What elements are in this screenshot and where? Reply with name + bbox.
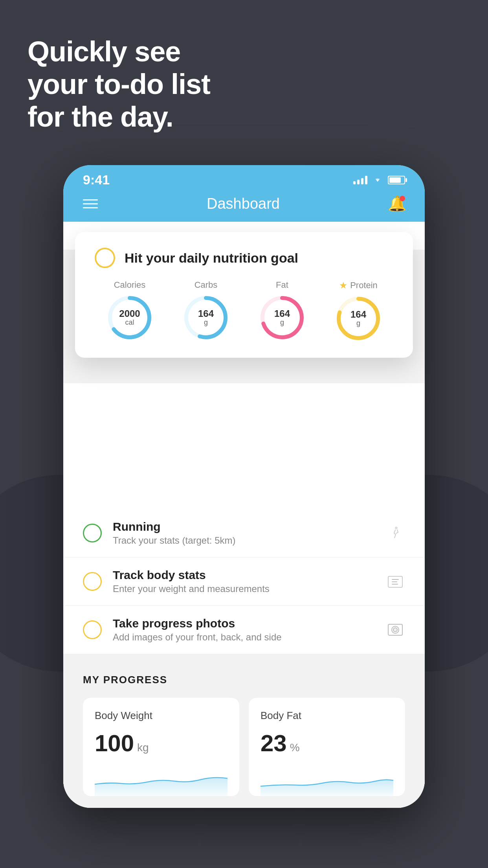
progress-section: MY PROGRESS Body Weight 100 kg [63,654,425,808]
carbs-value: 164 [198,309,214,319]
todo-title-running: Running [113,520,374,533]
todo-title-body-stats: Track body stats [113,568,374,582]
body-weight-number: 100 [95,730,134,757]
calories-label: Calories [114,280,146,290]
body-fat-number: 23 [261,730,287,757]
todo-subtitle-body-stats: Enter your weight and measurements [113,583,374,594]
nutrition-protein: ★ Protein 164 g [335,280,382,342]
battery-icon [388,176,405,184]
body-fat-card: Body Fat 23 % [249,698,405,796]
body-weight-value: 100 kg [95,730,227,757]
fat-value: 164 [274,309,290,319]
body-weight-title: Body Weight [95,710,227,722]
protein-ring: 164 g [335,295,382,342]
todo-text-running: Running Track your stats (target: 5km) [113,520,374,546]
nav-bar: Dashboard 🔔 [63,191,425,222]
body-weight-unit: kg [137,741,149,754]
todo-item-photos[interactable]: Take progress photos Add images of your … [63,606,425,654]
nutrition-card: Hit your daily nutrition goal Calories 2… [75,232,413,358]
fat-ring: 164 g [259,294,306,341]
todo-circle-photos [83,620,102,639]
calories-ring: 2000 cal [106,294,153,341]
fat-label: Fat [276,280,288,290]
status-icons [353,175,405,186]
fat-unit: g [274,319,290,327]
body-weight-card: Body Weight 100 kg [83,698,239,796]
nav-title: Dashboard [207,195,280,212]
nutrition-calories: Calories 2000 cal [106,280,153,342]
nutrition-grid: Calories 2000 cal Carbs [95,280,393,342]
todo-circle-body-stats [83,572,102,591]
todo-list: Running Track your stats (target: 5km) T… [63,383,425,654]
status-time: 9:41 [83,172,110,188]
running-icon [385,523,405,543]
todo-title-photos: Take progress photos [113,617,374,630]
signal-icon [353,176,367,184]
protein-unit: g [350,320,366,327]
nutrition-circle-check [95,248,115,268]
todo-subtitle-photos: Add images of your front, back, and side [113,632,374,643]
todo-text-photos: Take progress photos Add images of your … [113,617,374,643]
progress-cards: Body Weight 100 kg [83,698,405,796]
todo-subtitle-running: Track your stats (target: 5km) [113,535,374,546]
hero-line1: Quickly see [28,35,210,68]
body-fat-unit: % [290,741,300,754]
carbs-ring: 164 g [182,294,229,341]
carbs-unit: g [198,319,214,327]
todo-item-body-stats[interactable]: Track body stats Enter your weight and m… [63,557,425,606]
body-stats-icon [385,572,405,591]
status-bar: 9:41 [63,165,425,191]
calories-unit: cal [119,319,140,327]
body-fat-value: 23 % [261,730,393,757]
progress-section-title: MY PROGRESS [83,674,405,686]
body-weight-chart [95,765,227,796]
body-fat-chart [261,765,393,796]
svg-point-6 [393,628,397,632]
hamburger-menu[interactable] [83,199,98,208]
star-icon: ★ [339,280,348,291]
hero-text: Quickly see your to-do list for the day. [28,35,210,133]
carbs-label: Carbs [194,280,218,290]
todo-text-body-stats: Track body stats Enter your weight and m… [113,568,374,594]
calories-value: 2000 [119,309,140,319]
todo-circle-running [83,524,102,542]
protein-label: Protein [350,280,378,291]
card-title: Hit your daily nutrition goal [125,250,298,266]
nutrition-carbs: Carbs 164 g [182,280,229,342]
hero-line3: for the day. [28,101,210,133]
nutrition-fat: Fat 164 g [259,280,306,342]
todo-item-running[interactable]: Running Track your stats (target: 5km) [63,509,425,557]
card-header: Hit your daily nutrition goal [95,248,393,268]
wifi-icon [372,175,383,186]
body-fat-title: Body Fat [261,710,393,722]
photos-icon [385,620,405,640]
notification-bell[interactable]: 🔔 [389,196,405,212]
hero-line2: your to-do list [28,68,210,101]
protein-value: 164 [350,309,366,320]
notification-dot [400,196,405,201]
